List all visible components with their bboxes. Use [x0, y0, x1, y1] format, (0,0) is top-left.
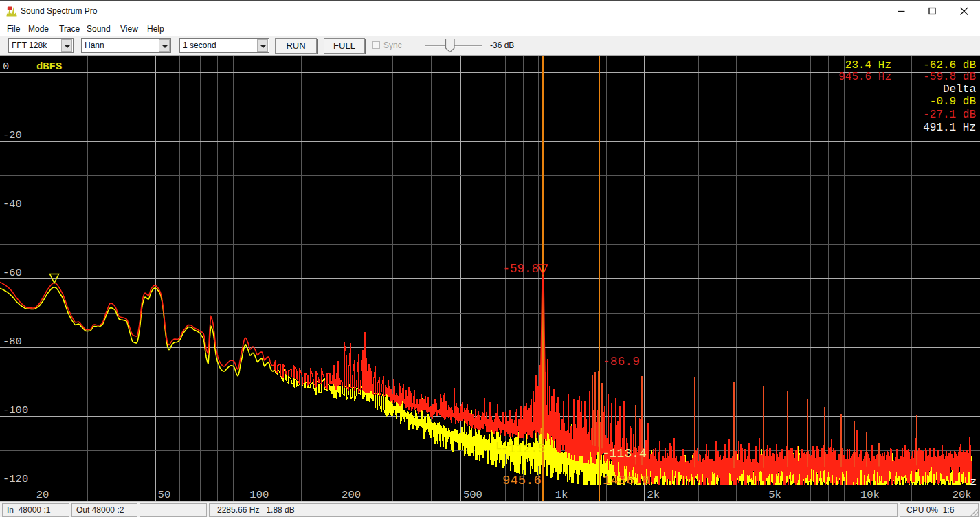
svg-text:-62.6 dB: -62.6 dB	[923, 59, 976, 72]
svg-text:-113.4: -113.4	[602, 447, 647, 461]
svg-text:10k: 10k	[860, 489, 880, 501]
svg-text:20k: 20k	[953, 489, 972, 501]
svg-text:z: z	[970, 476, 977, 488]
svg-text:500: 500	[463, 489, 482, 501]
svg-text:-20: -20	[3, 129, 22, 142]
svg-text:2k: 2k	[647, 489, 660, 501]
svg-text:-120: -120	[3, 473, 28, 485]
svg-text:└-112.5: └-112.5	[493, 442, 546, 456]
svg-text:-0.9 dB: -0.9 dB	[930, 96, 976, 108]
svg-text:945.6: 945.6	[502, 473, 542, 488]
svg-text:dBFS: dBFS	[36, 60, 62, 73]
svg-text:-60: -60	[3, 267, 22, 279]
svg-text:-59.8: -59.8	[502, 262, 539, 276]
svg-text:100: 100	[249, 489, 269, 501]
svg-text:5k: 5k	[768, 489, 781, 501]
svg-text:20: 20	[36, 489, 49, 501]
svg-text:-100: -100	[3, 404, 28, 417]
svg-text:200: 200	[342, 489, 361, 501]
svg-text:-27.1 dB: -27.1 dB	[923, 109, 976, 121]
svg-text:491.1 Hz: 491.1 Hz	[923, 122, 976, 134]
svg-text:945.6 Hz: 945.6 Hz	[838, 71, 891, 83]
svg-text:Delta: Delta	[943, 83, 976, 96]
svg-text:-80: -80	[3, 336, 22, 348]
svg-text:-59.8 dB: -59.8 dB	[923, 71, 976, 83]
svg-text:50: 50	[158, 489, 171, 501]
svg-text:0: 0	[3, 60, 9, 73]
svg-text:-40: -40	[3, 198, 22, 210]
svg-text:-86.9: -86.9	[603, 355, 640, 368]
svg-text:1k: 1k	[555, 489, 568, 501]
svg-text:1436.6: 1436.6	[603, 473, 649, 488]
svg-text:23.4 Hz: 23.4 Hz	[845, 59, 891, 72]
